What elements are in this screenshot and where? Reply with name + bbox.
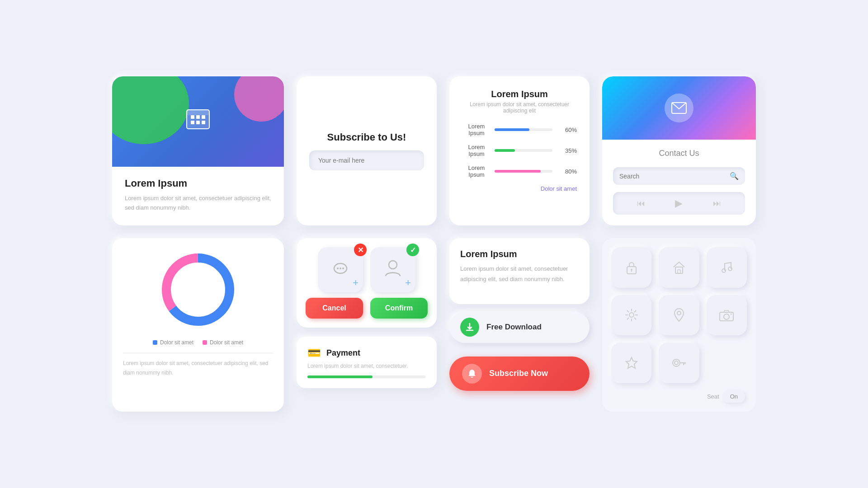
progress-bar [307, 375, 373, 378]
svg-point-30 [673, 359, 680, 366]
badge-green: ✓ [406, 244, 419, 256]
svg-rect-1 [191, 115, 194, 119]
badge-red: ✕ [354, 244, 367, 256]
search-bar: 🔍 [613, 167, 745, 185]
stat-row-2: Lorem Ipsum 35% [462, 144, 577, 157]
progress-bar-wrap [307, 375, 426, 378]
stat-bar-3 [495, 170, 541, 173]
svg-point-16 [389, 261, 397, 269]
col2-row2: ✕ + ✓ [297, 238, 437, 411]
star-button[interactable] [611, 343, 651, 383]
donut-chart [123, 249, 273, 330]
svg-rect-6 [202, 121, 205, 124]
home-button[interactable] [659, 247, 699, 287]
stats-link[interactable]: Dolor sit amet [462, 185, 577, 192]
card5-text: Lorem ipsum dolor sit amet, consectetuer… [123, 353, 273, 377]
svg-rect-5 [196, 121, 200, 124]
card-stats: Lorem Ipsum Lorem ipsum dolor sit amet, … [449, 76, 590, 225]
payment-card: 💳 Payment Lorem ipsum dolor sit amet, co… [297, 337, 437, 388]
rewind-button[interactable]: ⏮ [637, 199, 645, 208]
seat-row: Seat On [611, 390, 747, 403]
svg-point-26 [677, 311, 681, 315]
chart-legend: Dolor sit amet Dolor sit amet [123, 339, 273, 346]
cancel-button[interactable]: Cancel [306, 298, 363, 319]
stat-row-3: Lorem Ipsum 80% [462, 164, 577, 178]
card8-text: Lorem ipsum dolor sit amet, consectetuer… [460, 264, 579, 284]
contact-us-title: Contact Us [613, 149, 745, 158]
settings-button[interactable] [611, 295, 651, 335]
credit-card-icon: 💳 [307, 347, 321, 359]
svg-point-13 [337, 267, 339, 269]
stat-bar-wrap-2 [495, 149, 552, 152]
free-download-label: Free Download [486, 323, 542, 332]
svg-rect-21 [675, 267, 683, 273]
stat-value-1: 60% [561, 127, 577, 133]
pink-blob [234, 76, 284, 122]
play-button[interactable]: ▶ [675, 197, 683, 209]
stat-value-2: 35% [561, 147, 577, 154]
card1-text: Lorem ipsum dolor sit amet, consectetuer… [125, 194, 271, 213]
svg-rect-2 [196, 115, 200, 119]
card8-title: Lorem Ipsum [460, 249, 579, 259]
stat-bar-wrap-3 [495, 170, 552, 173]
search-input[interactable] [619, 173, 730, 180]
subscribe-now-label: Subscribe Now [489, 369, 548, 378]
icon-grid [611, 247, 747, 383]
legend-item-blue: Dolor sit amet [153, 339, 193, 346]
on-badge[interactable]: On [723, 390, 745, 403]
user-plus-icon: + [405, 277, 411, 289]
stat-value-3: 80% [561, 168, 577, 175]
card-icon-grid: Seat On [602, 238, 756, 411]
green-blob [112, 76, 189, 144]
subscribe-now-button[interactable]: Subscribe Now [449, 357, 590, 391]
col3-row2: Lorem Ipsum Lorem ipsum dolor sit amet, … [449, 238, 590, 411]
icon-row-top: ✕ + ✓ [306, 247, 428, 292]
calendar-icon [184, 105, 212, 138]
email-input[interactable] [309, 150, 424, 170]
svg-point-29 [731, 313, 732, 314]
stat-bar-1 [495, 128, 529, 131]
camera-button[interactable] [707, 295, 747, 335]
free-download-button[interactable]: Free Download [449, 311, 590, 343]
music-button[interactable] [707, 247, 747, 287]
key-button[interactable] [659, 343, 699, 383]
chat-plus-icon: + [353, 277, 359, 289]
bell-wrap [462, 364, 482, 384]
chat-icon [332, 260, 349, 280]
on-label: On [730, 393, 738, 400]
legend-label-pink: Dolor sit amet [210, 339, 243, 346]
media-controls: ⏮ ▶ ⏭ [613, 192, 745, 215]
legend-item-pink: Dolor sit amet [203, 339, 243, 346]
svg-rect-4 [191, 121, 194, 124]
stats-subtitle: Lorem ipsum dolor sit amet, consectetuer… [462, 101, 577, 114]
card-lorem-text: Lorem Ipsum Lorem ipsum dolor sit amet, … [449, 238, 590, 304]
card-subscribe: Subscribe to Us! [297, 76, 437, 225]
forward-button[interactable]: ⏭ [713, 199, 721, 208]
svg-rect-22 [678, 270, 680, 273]
user-button[interactable]: ✓ + [370, 247, 415, 292]
stat-row-1: Lorem Ipsum 60% [462, 123, 577, 136]
subscribe-title: Subscribe to Us! [309, 131, 424, 143]
svg-rect-7 [187, 110, 209, 115]
chat-button[interactable]: ✕ + [318, 247, 363, 292]
stat-bar-wrap-1 [495, 128, 552, 131]
legend-label-blue: Dolor sit amet [160, 339, 193, 346]
search-icon: 🔍 [730, 172, 739, 180]
payment-title: Payment [326, 348, 360, 358]
seat-label: Seat [707, 393, 719, 400]
location-button[interactable] [659, 295, 699, 335]
svg-point-15 [342, 267, 344, 269]
card-lorem-ipsum-image: Lorem Ipsum Lorem ipsum dolor sit amet, … [112, 76, 284, 225]
download-icon-wrap [460, 318, 479, 337]
card1-title: Lorem Ipsum [125, 178, 271, 189]
svg-point-14 [340, 267, 341, 269]
stats-title: Lorem Ipsum [462, 89, 577, 99]
action-row: Cancel Confirm [306, 298, 428, 319]
stat-bar-2 [495, 149, 515, 152]
svg-point-19 [631, 269, 632, 271]
stat-label-1: Lorem Ipsum [462, 123, 491, 136]
lock-button[interactable] [611, 247, 651, 287]
confirm-button[interactable]: Confirm [370, 298, 428, 319]
stat-label-3: Lorem Ipsum [462, 164, 491, 178]
card-donut: Dolor sit amet Dolor sit amet Lorem ipsu… [112, 238, 284, 411]
